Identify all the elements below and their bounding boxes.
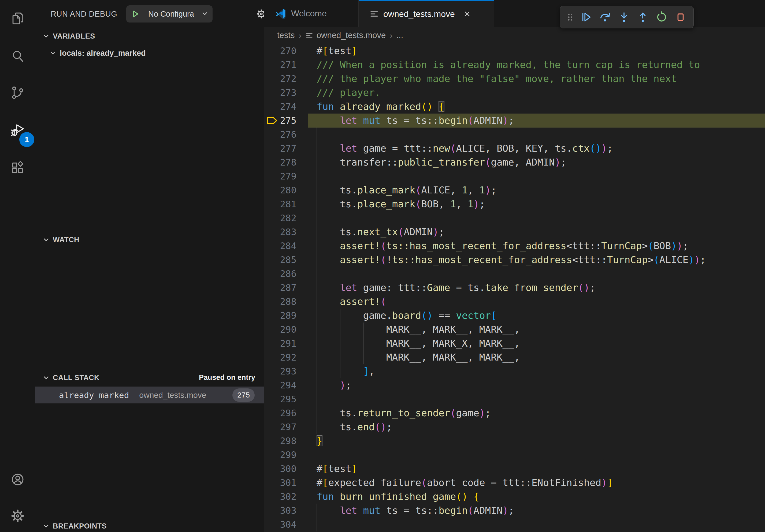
search-icon[interactable] [0, 41, 35, 71]
line-number[interactable]: 300 [264, 462, 297, 476]
run-debug-icon[interactable]: 1 [0, 116, 35, 145]
code-text[interactable]: let game = ttt::new(ALICE, BOB, KEY, ts.… [317, 141, 613, 155]
code-line-285[interactable]: 285 assert!(!ts::has_most_recent_for_add… [264, 253, 765, 267]
line-number[interactable]: 288 [264, 295, 297, 309]
step-over-icon[interactable] [597, 9, 613, 25]
code-line-283[interactable]: 283 ts.next_tx(ADMIN); [264, 225, 765, 239]
step-out-icon[interactable] [635, 9, 651, 25]
code-text[interactable]: ts.place_mark(ALICE, 1, 1); [317, 183, 497, 197]
code-line-298[interactable]: 298} [264, 434, 765, 448]
code-line-274[interactable]: 274fun already_marked() { [264, 100, 765, 114]
code-line-279[interactable]: 279 [264, 169, 765, 183]
close-icon[interactable] [462, 9, 472, 19]
line-number[interactable]: 272 [264, 72, 297, 86]
section-call-stack[interactable]: CALL STACK Paused on entry [35, 371, 264, 385]
code-line-300[interactable]: 300#[test] [264, 462, 765, 476]
line-number[interactable]: 274 [264, 100, 297, 114]
code-text[interactable]: /// When a position is already marked, t… [317, 58, 700, 72]
line-number[interactable]: 287 [264, 281, 297, 295]
code-text[interactable]: ts.next_tx(ADMIN); [317, 225, 444, 239]
code-text[interactable]: ], [317, 364, 375, 378]
line-number[interactable]: 276 [264, 128, 297, 141]
code-text[interactable]: transfer::public_transfer(game, ADMIN); [317, 155, 566, 169]
line-number[interactable]: 302 [264, 490, 297, 504]
code-viewport[interactable]: 270#[test]271/// When a position is alre… [264, 44, 765, 532]
start-debug-button[interactable] [126, 5, 144, 23]
line-number[interactable]: 297 [264, 420, 297, 434]
code-text[interactable]: #[expected_failure(abort_code = ttt::ENo… [317, 476, 613, 490]
breadcrumb-symbol[interactable]: ... [396, 31, 403, 40]
code-line-273[interactable]: 273/// player. [264, 86, 765, 100]
line-number[interactable]: 295 [264, 392, 297, 406]
line-number[interactable]: 289 [264, 309, 297, 323]
code-line-284[interactable]: 284 assert!(ts::has_most_recent_for_addr… [264, 239, 765, 253]
tab-welcome[interactable]: Welcome [264, 0, 359, 27]
restart-icon[interactable] [653, 9, 670, 25]
code-line-286[interactable]: 286 [264, 267, 765, 281]
line-number[interactable]: 301 [264, 476, 297, 490]
files-icon[interactable] [0, 4, 35, 33]
launch-configuration-dropdown[interactable]: No Configura [126, 5, 213, 23]
code-line-276[interactable]: 276 [264, 128, 765, 141]
code-line-296[interactable]: 296 ts.return_to_sender(game); [264, 406, 765, 420]
code-text[interactable]: ts.place_mark(BOB, 1, 1); [317, 197, 485, 211]
line-number[interactable]: 294 [264, 378, 297, 392]
code-line-294[interactable]: 294 ); [264, 378, 765, 392]
section-watch[interactable]: WATCH [35, 233, 264, 247]
code-line-299[interactable]: 299 [264, 448, 765, 462]
line-number[interactable]: 277 [264, 141, 297, 155]
code-text[interactable]: game.board() == vector[ [317, 309, 497, 323]
code-text[interactable]: fun already_marked() { [317, 100, 444, 114]
code-line-278[interactable]: 278 transfer::public_transfer(game, ADMI… [264, 155, 765, 169]
code-line-302[interactable]: 302fun burn_unfinished_game() { [264, 490, 765, 504]
code-line-292[interactable]: 292 MARK__, MARK__, MARK__, [264, 350, 765, 364]
code-text[interactable]: let mut ts = ts::begin(ADMIN); [317, 114, 514, 128]
account-icon[interactable] [0, 465, 35, 494]
code-text[interactable]: MARK__, MARK__, MARK__, [317, 350, 520, 364]
code-text[interactable]: } [317, 434, 323, 448]
code-line-289[interactable]: 289 game.board() == vector[ [264, 309, 765, 323]
line-number[interactable]: 304 [264, 518, 297, 531]
line-number[interactable]: 290 [264, 323, 297, 337]
continue-icon[interactable] [578, 9, 594, 25]
code-text[interactable]: /// player. [317, 86, 381, 100]
extensions-icon[interactable] [0, 153, 35, 182]
code-text[interactable]: assert!( [317, 295, 386, 309]
toolbar-drag-handle[interactable] [565, 9, 575, 25]
line-number[interactable]: 282 [264, 211, 297, 225]
breadcrumb-file[interactable]: owned_tests.move [317, 31, 386, 40]
line-number[interactable]: 280 [264, 183, 297, 197]
line-number[interactable]: 286 [264, 267, 297, 281]
line-number[interactable]: 293 [264, 364, 297, 378]
code-line-272[interactable]: 272/// the player who made the "false" m… [264, 72, 765, 86]
line-number[interactable]: 296 [264, 406, 297, 420]
line-number[interactable]: 292 [264, 350, 297, 364]
code-text[interactable]: assert!(ts::has_most_recent_for_address<… [317, 239, 688, 253]
step-into-icon[interactable] [616, 9, 632, 25]
code-line-290[interactable]: 290 MARK__, MARK__, MARK__, [264, 323, 765, 337]
code-text[interactable]: let mut ts = ts::begin(ADMIN); [317, 504, 514, 518]
code-line-280[interactable]: 280 ts.place_mark(ALICE, 1, 1); [264, 183, 765, 197]
code-text[interactable]: ts.end(); [317, 420, 392, 434]
code-text[interactable]: /// the player who made the "false" move… [317, 72, 677, 86]
line-number[interactable]: 299 [264, 448, 297, 462]
variables-scope-locals[interactable]: locals: already_marked [35, 46, 264, 60]
tab-owned-tests-move[interactable]: owned_tests.move [359, 0, 494, 27]
line-number[interactable]: 271 [264, 58, 297, 72]
code-line-291[interactable]: 291 MARK__, MARK_X, MARK__, [264, 337, 765, 350]
code-line-303[interactable]: 303 let mut ts = ts::begin(ADMIN); [264, 504, 765, 518]
line-number[interactable]: 283 [264, 225, 297, 239]
code-line-301[interactable]: 301#[expected_failure(abort_code = ttt::… [264, 476, 765, 490]
code-text[interactable]: let game: ttt::Game = ts.take_from_sende… [317, 281, 595, 295]
code-text[interactable]: assert!(!ts::has_most_recent_for_address… [317, 253, 706, 267]
section-variables[interactable]: VARIABLES [35, 29, 264, 43]
code-line-297[interactable]: 297 ts.end(); [264, 420, 765, 434]
settings-gear-icon[interactable] [0, 501, 35, 531]
line-number[interactable]: 275 [264, 114, 297, 128]
code-line-270[interactable]: 270#[test] [264, 44, 765, 58]
line-number[interactable]: 273 [264, 86, 297, 100]
line-number[interactable]: 303 [264, 504, 297, 518]
code-line-288[interactable]: 288 assert!( [264, 295, 765, 309]
code-line-271[interactable]: 271/// When a position is already marked… [264, 58, 765, 72]
code-line-295[interactable]: 295 [264, 392, 765, 406]
